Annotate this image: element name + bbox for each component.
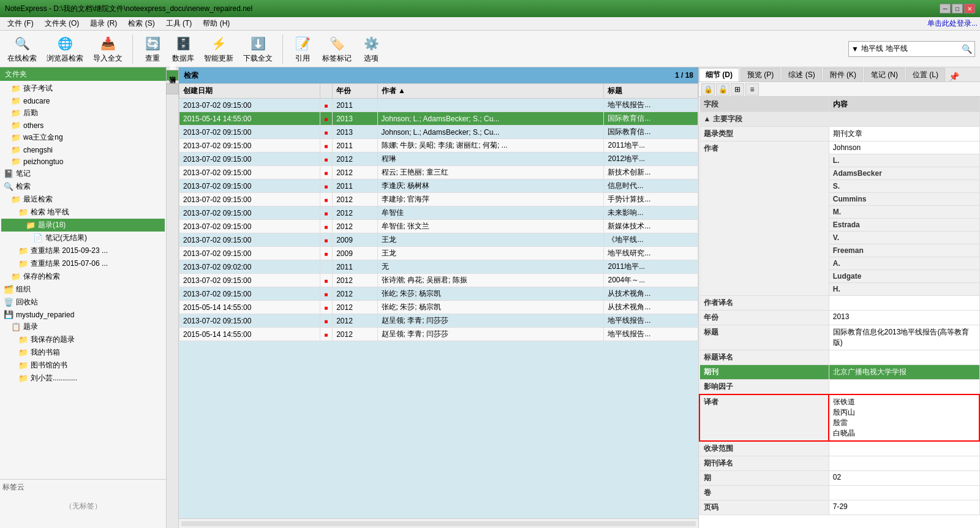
maximize-button[interactable]: □ bbox=[952, 4, 963, 13]
col-date[interactable]: 创建日期 bbox=[179, 84, 320, 99]
table-row[interactable]: 2013-07-02 09:15:00 ■ 2011 地平线报告... bbox=[179, 99, 698, 112]
table-row[interactable]: 2013-07-02 09:15:00 ■ 2011 陈娜; 牛肤; 吴昭; 李… bbox=[179, 139, 698, 153]
sidebar-item-biji[interactable]: 📓 笔记 bbox=[1, 167, 165, 180]
search-input[interactable] bbox=[886, 45, 959, 53]
smart-update-button[interactable]: ⚡ 智能更新 bbox=[202, 32, 236, 65]
folder-icon: 📁 bbox=[11, 108, 21, 118]
sidebar-item-organize[interactable]: 🗂️ 组织 bbox=[1, 283, 165, 296]
search-dropdown-label[interactable]: 地平线 bbox=[859, 43, 886, 54]
list-button[interactable]: ≡ bbox=[745, 83, 759, 96]
menu-record[interactable]: 题录 (R) bbox=[85, 17, 122, 30]
col-year[interactable]: 年份 bbox=[333, 84, 377, 99]
table-row[interactable]: 2013-07-02 09:15:00 ■ 2011 李逢庆; 杨树林 信息时代… bbox=[179, 179, 698, 193]
details-year: 年份 2013 bbox=[699, 311, 979, 325]
sidebar-item-my-records[interactable]: 📁 我保存的题录 bbox=[1, 333, 165, 346]
sidebar-item-wang[interactable]: 📁 wa王立金ng bbox=[1, 131, 165, 144]
table-row[interactable]: 2013-07-02 09:15:00 ■ 2012 牟智佳 未来影响... bbox=[179, 206, 698, 220]
table-row[interactable]: 2013-07-02 09:15:00 ■ 2012 张诗潮; 冉花; 吴丽君;… bbox=[179, 274, 698, 287]
table-row[interactable]: 2013-07-02 09:15:00 ■ 2012 牟智佳; 张文兰 新媒体技… bbox=[179, 220, 698, 233]
tab-preview[interactable]: 预览 (P) bbox=[741, 68, 780, 81]
table-row[interactable]: 2015-05-14 14:55:00 ■ 2013 Johnson; L.; … bbox=[179, 112, 698, 126]
tab-location[interactable]: 位置 (L) bbox=[906, 68, 945, 81]
sidebar-item-others[interactable]: 📁 others bbox=[1, 119, 165, 131]
login-button[interactable]: 单击此处登录... bbox=[927, 18, 978, 29]
sidebar-item-chengshi[interactable]: 📁 chengshi bbox=[1, 144, 165, 156]
sidebar-item-dedup-2015-07[interactable]: 📁 查重结果 2015-07-06 ... bbox=[1, 257, 165, 270]
sidebar-item-records-18[interactable]: 📁 题录(18) bbox=[1, 219, 165, 232]
menu-tools[interactable]: 工具 (T) bbox=[161, 17, 197, 30]
sidebar-item-search[interactable]: 🔍 检索 bbox=[1, 180, 165, 193]
table-row[interactable]: 2015-05-14 14:55:00 ■ 2012 赵呈领; 李青; 闫莎莎 … bbox=[179, 328, 698, 341]
sidebar-item-search-dipingxian[interactable]: 📁 检索 地平线 bbox=[1, 206, 165, 219]
sidebar-item-dedup-2015-09[interactable]: 📁 查重结果 2015-09-23 ... bbox=[1, 244, 165, 257]
details-title-alias: 标题译名 bbox=[699, 350, 979, 365]
table-row[interactable]: 2015-05-14 14:55:00 ■ 2012 张屹; 朱莎; 杨宗凯 从… bbox=[179, 301, 698, 314]
table-row[interactable]: 2013-07-02 09:15:00 ■ 2012 张屹; 朱莎; 杨宗凯 从… bbox=[179, 287, 698, 301]
close-button[interactable]: ✕ bbox=[964, 4, 975, 13]
results-table-wrap[interactable]: 创建日期 年份 作者 ▲ 标题 2013-07-02 09:15:00 ■ 20… bbox=[179, 83, 698, 518]
sidebar-item-bookshelf[interactable]: 📁 我的书箱 bbox=[1, 346, 165, 359]
lock-button-2[interactable]: 🔓 bbox=[716, 83, 729, 96]
search-button[interactable]: 🔍 bbox=[962, 44, 972, 54]
sidebar-item-mystudy[interactable]: 💾 mystudy_reparied bbox=[1, 309, 165, 320]
horizontal-scrollbar[interactable] bbox=[179, 518, 698, 528]
sidebar-item-library[interactable]: 📁 图书馆的书 bbox=[1, 359, 165, 372]
tab-summary[interactable]: 综述 (S) bbox=[782, 68, 821, 81]
table-row[interactable]: 2013-07-02 09:15:00 ■ 2012 赵呈领; 李青; 闫莎莎 … bbox=[179, 314, 698, 328]
citation-button[interactable]: 📝 引用 bbox=[290, 32, 315, 65]
database-button[interactable]: 🗄️ 数据库 bbox=[170, 32, 197, 65]
grid-button[interactable]: ⊞ bbox=[731, 83, 744, 96]
sidebar-item-educare[interactable]: 📁 educare bbox=[1, 95, 165, 107]
tag-button[interactable]: 🏷️ 标签标记 bbox=[320, 32, 354, 65]
table-row[interactable]: 2013-07-02 09:15:00 ■ 2013 Johnson; L.; … bbox=[179, 126, 698, 139]
folder-icon: 📁 bbox=[11, 84, 21, 93]
vtab-search[interactable]: 检索区 bbox=[166, 83, 179, 94]
col-author[interactable]: 作者 ▲ bbox=[377, 84, 604, 99]
details-impact: 影响因子 bbox=[699, 380, 979, 395]
table-row[interactable]: 2013-07-02 09:15:00 ■ 2009 王龙 地平线研究... bbox=[179, 247, 698, 260]
import-fulltext-button[interactable]: 📥 导入全文 bbox=[91, 32, 125, 65]
options-button[interactable]: ⚙️ 选项 bbox=[359, 32, 383, 65]
browser-search-icon: 🌐 bbox=[55, 34, 75, 53]
sidebar-item-haizikaoshi[interactable]: 📁 孩子考试 bbox=[1, 82, 165, 95]
folder-icon: 📁 bbox=[11, 157, 21, 166]
dedup-button[interactable]: 🔄 查重 bbox=[140, 32, 165, 65]
tab-attachment[interactable]: 附件 (K) bbox=[823, 68, 863, 81]
sidebar-item-notes-noresult[interactable]: 📄 笔记(无结果) bbox=[1, 232, 165, 244]
sidebar-item-recycle[interactable]: 🗑️ 回收站 bbox=[1, 296, 165, 309]
table-row[interactable]: 2013-07-02 09:02:00 2011 无 2011地平... bbox=[179, 260, 698, 274]
details-journal: 期刊 北京广播电视大学学报 bbox=[699, 365, 979, 380]
col-title[interactable]: 标题 bbox=[604, 84, 698, 99]
vtab-manage[interactable]: 管理区 bbox=[166, 70, 179, 81]
hscroll-thumb[interactable] bbox=[181, 521, 696, 526]
sidebar-header: 文件夹 bbox=[0, 67, 166, 81]
tab-notes[interactable]: 笔记 (N) bbox=[864, 68, 905, 81]
sidebar-item-records[interactable]: 📋 题录 bbox=[1, 320, 165, 333]
menu-folder[interactable]: 文件夹 (O) bbox=[40, 17, 85, 30]
menu-help[interactable]: 帮助 (H) bbox=[198, 17, 235, 30]
tab-details[interactable]: 细节 (D) bbox=[699, 68, 739, 81]
lock-button-1[interactable]: 🔒 bbox=[701, 83, 715, 96]
sidebar-item-recent-search[interactable]: 📁 最近检索 bbox=[1, 193, 165, 206]
sidebar-item-peizhongtuo[interactable]: 📁 peizhongtuo bbox=[1, 156, 165, 167]
table-row[interactable]: 2013-07-02 09:15:00 ■ 2012 程琳 2012地平... bbox=[179, 153, 698, 166]
table-row[interactable]: 2013-07-02 09:15:00 ■ 2012 程云; 王艳丽; 童三红 … bbox=[179, 166, 698, 179]
folder-icon: 📁 bbox=[11, 195, 21, 204]
details-record-type: 题录类型 期刊文章 bbox=[699, 127, 979, 141]
table-row[interactable]: 2013-07-02 09:15:00 ■ 2012 李建珍; 官海萍 手势计算… bbox=[179, 193, 698, 206]
download-fulltext-button[interactable]: ⬇️ 下载全文 bbox=[241, 32, 275, 65]
sidebar-item-saved-search[interactable]: 📁 保存的检索 bbox=[1, 270, 165, 283]
online-search-button[interactable]: 🔍 在线检索 bbox=[5, 32, 39, 65]
col-flag[interactable] bbox=[320, 84, 333, 99]
sidebar-item-houqin[interactable]: 📁 后勤 bbox=[1, 107, 165, 119]
sidebar-item-liu[interactable]: 📁 刘小芸............ bbox=[1, 372, 165, 385]
sidebar-tree: 📁 孩子考试 📁 educare 📁 后勤 📁 others 📁 wa王立金ng… bbox=[0, 81, 166, 479]
folder-icon: 📁 bbox=[11, 145, 21, 154]
pin-icon[interactable]: 📌 bbox=[949, 72, 959, 81]
menu-file[interactable]: 文件 (F) bbox=[2, 17, 39, 30]
browser-search-button[interactable]: 🌐 浏览器检索 bbox=[44, 32, 86, 65]
folder-icon: 📁 bbox=[18, 348, 28, 357]
table-row[interactable]: 2013-07-02 09:15:00 ■ 2009 王龙 《地平线... bbox=[179, 233, 698, 247]
minimize-button[interactable]: ─ bbox=[940, 4, 951, 13]
menu-search[interactable]: 检索 (S) bbox=[123, 17, 159, 30]
